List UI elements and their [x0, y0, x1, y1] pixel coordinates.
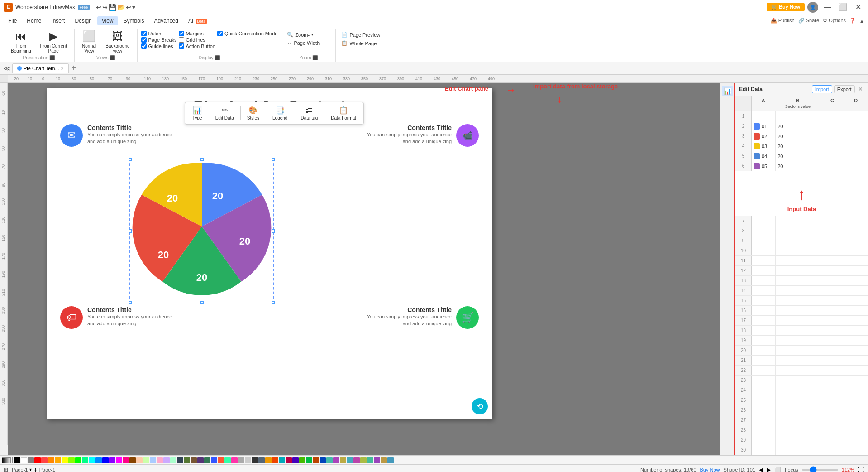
cell-c-28[interactable]: [820, 425, 844, 435]
cell-a-11[interactable]: [752, 256, 776, 265]
bottom-circle-btn[interactable]: ⟲: [472, 398, 488, 414]
color-chip-cyan[interactable]: [89, 457, 95, 463]
cell-b-28[interactable]: [776, 425, 820, 435]
cell-b-1[interactable]: [776, 111, 820, 121]
cell-d-2[interactable]: [844, 121, 868, 131]
cell-b-17[interactable]: [776, 316, 820, 325]
cell-a-15[interactable]: [752, 296, 776, 305]
buy-now-button[interactable]: 🛒 Buy Now: [767, 3, 805, 11]
cell-b-22[interactable]: [776, 366, 820, 375]
zoom-slider[interactable]: [802, 469, 838, 471]
cell-b-13[interactable]: [776, 276, 820, 285]
cell-a-9[interactable]: [752, 236, 776, 246]
cell-c-2[interactable]: [820, 121, 844, 131]
check-gridlines[interactable]: Gridlines: [179, 37, 215, 43]
cell-d-20[interactable]: [844, 346, 868, 355]
minimize-button[interactable]: —: [821, 1, 834, 14]
color-chip-white[interactable]: [21, 457, 27, 463]
cell-d-29[interactable]: [844, 435, 868, 445]
color-chip-silver[interactable]: [238, 457, 244, 463]
cell-c-3[interactable]: [820, 131, 844, 141]
grid-view-toggle[interactable]: ⊞: [4, 467, 8, 472]
publish-action[interactable]: 📤 Publish: [771, 18, 795, 24]
color-chip-darkblue[interactable]: [177, 457, 183, 463]
cell-d-3[interactable]: [844, 131, 868, 141]
cell-a-7[interactable]: [752, 216, 776, 226]
ft-data-format-button[interactable]: 📋 Data Format: [327, 104, 360, 122]
color-chip-blue2[interactable]: [102, 457, 109, 463]
cell-d-24[interactable]: [844, 385, 868, 395]
cell-b-18[interactable]: [776, 326, 820, 335]
color-chip-khaki[interactable]: [340, 457, 346, 463]
cell-b-20[interactable]: [776, 346, 820, 355]
color-chip-red[interactable]: [34, 457, 41, 463]
cell-c-15[interactable]: [820, 296, 844, 305]
undo2-button[interactable]: ↩: [126, 4, 131, 11]
cell-c-16[interactable]: [820, 306, 844, 315]
color-chip-peach[interactable]: [136, 457, 143, 463]
cell-c-10[interactable]: [820, 246, 844, 255]
cell-d-11[interactable]: [844, 256, 868, 265]
cell-d-9[interactable]: [844, 236, 868, 246]
cell-d-14[interactable]: [844, 286, 868, 295]
handle-bl[interactable]: [129, 301, 132, 304]
color-chip-indigo[interactable]: [292, 457, 299, 463]
cell-c-9[interactable]: [820, 236, 844, 246]
whole-page-btn[interactable]: 📋 Whole Page: [339, 39, 378, 47]
cell-a-22[interactable]: [752, 366, 776, 375]
check-margins[interactable]: Margins: [179, 31, 215, 36]
color-chip-violet[interactable]: [333, 457, 339, 463]
tab-close-icon[interactable]: ×: [61, 66, 64, 71]
cell-b-2[interactable]: 20: [776, 121, 820, 131]
cell-b-9[interactable]: [776, 236, 820, 246]
color-chip-gray[interactable]: [28, 457, 34, 463]
cell-d-13[interactable]: [844, 276, 868, 285]
color-chip-yellow[interactable]: [62, 457, 68, 463]
cell-d-8[interactable]: [844, 226, 868, 236]
color-chip-royal[interactable]: [320, 457, 326, 463]
cell-b-25[interactable]: [776, 395, 820, 405]
cell-b-16[interactable]: [776, 306, 820, 315]
color-chip-darkbrown[interactable]: [191, 457, 197, 463]
buy-now-status[interactable]: Buy Now: [700, 467, 720, 472]
check-quick-connection[interactable]: Quick Connection Mode: [217, 31, 277, 36]
color-chip-burnt[interactable]: [272, 457, 278, 463]
color-chip-seafoam[interactable]: [224, 457, 231, 463]
color-chip-blue[interactable]: [95, 457, 102, 463]
color-chip-green[interactable]: [75, 457, 81, 463]
tab-add-button[interactable]: +: [70, 63, 78, 74]
more-button[interactable]: ▾: [132, 4, 135, 11]
expand-action[interactable]: ▲: [859, 18, 864, 24]
cell-c-30[interactable]: [820, 445, 844, 455]
cell-d-16[interactable]: [844, 306, 868, 315]
cell-a-5[interactable]: 04: [752, 151, 776, 161]
tab-pie-chart[interactable]: Pie Chart Tem... ×: [12, 63, 69, 73]
handle-b[interactable]: [200, 301, 204, 304]
cell-b-23[interactable]: [776, 376, 820, 385]
color-chip-teal[interactable]: [204, 457, 210, 463]
cell-a-19[interactable]: [752, 336, 776, 345]
cell-b-7[interactable]: [776, 216, 820, 226]
zoom-dropdown[interactable]: 🔍 Zoom- ▾: [285, 31, 315, 39]
cell-b-8[interactable]: [776, 226, 820, 236]
color-chip-amethyst[interactable]: [374, 457, 380, 463]
cell-b-12[interactable]: [776, 266, 820, 275]
color-chip-orange[interactable]: [48, 457, 54, 463]
maximize-button[interactable]: ⬜: [836, 1, 849, 14]
color-chip-darkpurple[interactable]: [197, 457, 204, 463]
cell-b-15[interactable]: [776, 296, 820, 305]
options-action[interactable]: ⚙ Options: [823, 18, 846, 24]
cell-a-4[interactable]: 03: [752, 141, 776, 151]
color-palette-selector[interactable]: [2, 457, 11, 463]
cell-b-14[interactable]: [776, 286, 820, 295]
menu-home[interactable]: Home: [22, 16, 46, 25]
color-chip-hotpink[interactable]: [231, 457, 238, 463]
cell-c-29[interactable]: [820, 435, 844, 445]
cell-d-22[interactable]: [844, 366, 868, 375]
cell-a-12[interactable]: [752, 266, 776, 275]
ft-data-tag-button[interactable]: 🏷 Data tag: [297, 105, 321, 122]
cell-d-19[interactable]: [844, 336, 868, 345]
cell-c-24[interactable]: [820, 385, 844, 395]
color-chip-teal2[interactable]: [279, 457, 285, 463]
cell-c-8[interactable]: [820, 226, 844, 236]
